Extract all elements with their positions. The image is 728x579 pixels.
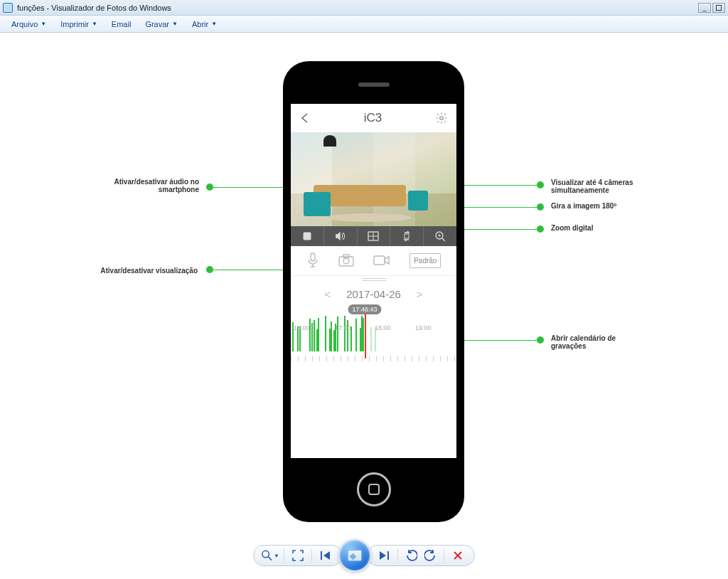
annotation-rotate: Gira a imagem 180º <box>551 202 616 210</box>
tick-label-17: 17:00 <box>335 324 351 331</box>
annotation-dot <box>537 336 544 344</box>
chevron-down-icon: ▼ <box>92 21 97 27</box>
quality-button[interactable]: Padrão <box>410 253 441 268</box>
svg-rect-5 <box>405 234 409 238</box>
zoom-button[interactable]: ▼ <box>261 548 279 563</box>
menu-abrir-label: Abrir <box>192 20 208 28</box>
fit-to-window-button[interactable] <box>289 548 307 563</box>
svg-rect-10 <box>311 253 315 261</box>
menu-email[interactable]: Email <box>105 18 139 31</box>
toolbar-pill-right <box>367 545 475 566</box>
svg-line-7 <box>442 238 445 241</box>
annotation-calendar: Abrir calendário de gravações <box>551 334 629 350</box>
annotation-connector <box>213 187 291 188</box>
prev-image-button[interactable] <box>316 548 335 563</box>
recordings-timeline[interactable]: 17:46:43 16:00 17:00 18:00 19:00 <box>291 304 456 361</box>
picture-icon <box>348 550 362 561</box>
camera-icon[interactable] <box>338 254 354 268</box>
date-prev-button[interactable]: < <box>320 288 335 300</box>
gear-icon[interactable] <box>435 112 448 124</box>
chevron-down-icon: ▼ <box>41 21 46 27</box>
svg-point-0 <box>440 117 444 120</box>
annotation-zoom: Zoom digital <box>551 224 593 232</box>
video-controls-bar <box>291 226 456 246</box>
annotation-connector <box>457 340 537 341</box>
annotation-dot <box>537 203 544 211</box>
back-button[interactable] <box>299 112 311 124</box>
menu-email-label: Email <box>112 20 132 28</box>
chevron-down-icon: ▼ <box>274 553 279 559</box>
action-bar: Padrão <box>291 246 456 276</box>
date-next-button[interactable]: > <box>412 288 427 300</box>
svg-rect-13 <box>343 255 349 257</box>
svg-line-16 <box>268 557 272 561</box>
zoom-in-icon[interactable] <box>424 226 456 246</box>
phone-mockup: iC3 <box>283 61 464 522</box>
app-header: iC3 <box>291 104 456 132</box>
tick-label-16: 16:00 <box>294 324 310 331</box>
annotation-audio: Ativar/desativar áudio no smartphone <box>107 178 199 193</box>
window-maximize-button[interactable] <box>712 3 725 13</box>
toolbar-pill: ▼ <box>253 545 343 566</box>
annotation-dot <box>537 181 544 188</box>
next-image-button[interactable] <box>375 548 393 563</box>
svg-rect-14 <box>374 256 385 265</box>
menu-imprimir[interactable]: Imprimir▼ <box>53 18 105 31</box>
delete-button[interactable] <box>449 548 467 563</box>
svg-rect-1 <box>304 233 311 240</box>
timeline-bars <box>291 316 456 357</box>
home-button[interactable] <box>357 472 391 506</box>
image-canvas: Ativar/desativar áudio no smartphone Ati… <box>0 33 728 540</box>
menu-imprimir-label: Imprimir <box>60 20 89 28</box>
annotation-dot <box>537 225 544 233</box>
menu-arquivo[interactable]: Arquivo▼ <box>4 18 53 31</box>
svg-point-15 <box>262 551 269 557</box>
app-icon <box>3 3 13 13</box>
annotation-multiview: Visualizar até 4 câmeras simultaneamente <box>551 179 636 194</box>
rotate-180-icon[interactable] <box>390 226 424 246</box>
menu-abrir[interactable]: Abrir▼ <box>185 18 224 31</box>
chevron-down-icon: ▼ <box>172 21 178 27</box>
drag-handle[interactable] <box>291 276 456 283</box>
viewer-toolbar: ▼ <box>0 541 728 570</box>
window-title: funções - Visualizador de Fotos do Windo… <box>17 4 171 12</box>
tick-label-19: 19:00 <box>415 324 432 331</box>
camera-live-view[interactable] <box>291 132 456 226</box>
stop-view-button[interactable] <box>291 226 324 246</box>
svg-rect-18 <box>387 551 389 560</box>
playhead-time-label: 17:46:43 <box>348 304 381 314</box>
date-label[interactable]: 2017-04-26 <box>346 288 401 300</box>
window-minimize-button[interactable]: _ <box>698 3 711 13</box>
annotation-dot <box>206 184 213 191</box>
app-title: iC3 <box>364 111 382 125</box>
annotation-visualizacao: Ativar/desativar visualização <box>91 267 198 275</box>
chevron-down-icon: ▼ <box>211 21 217 27</box>
phone-screen: iC3 <box>291 104 456 458</box>
grid-icon[interactable] <box>358 226 391 246</box>
annotation-dot <box>206 266 213 273</box>
rotate-cw-button[interactable] <box>421 548 439 563</box>
video-icon[interactable] <box>373 255 390 267</box>
rotate-ccw-button[interactable] <box>402 548 421 563</box>
tick-label-18: 18:00 <box>375 324 391 331</box>
menu-arquivo-label: Arquivo <box>11 20 38 28</box>
slideshow-button[interactable] <box>338 539 371 572</box>
speaker-icon[interactable] <box>324 226 358 246</box>
annotation-connector <box>457 229 537 230</box>
svg-rect-17 <box>321 551 322 560</box>
phone-speaker <box>358 83 390 87</box>
date-nav: < 2017-04-26 > <box>291 283 456 304</box>
window-titlebar: funções - Visualizador de Fotos do Windo… <box>0 0 728 16</box>
microphone-icon[interactable] <box>306 253 319 270</box>
menubar: Arquivo▼ Imprimir▼ Email Gravar▼ Abrir▼ <box>0 16 728 33</box>
annotation-connector <box>457 207 537 208</box>
svg-point-12 <box>343 258 349 264</box>
menu-gravar-label: Gravar <box>145 20 169 28</box>
annotation-connector <box>457 185 537 186</box>
menu-gravar[interactable]: Gravar▼ <box>138 18 185 31</box>
